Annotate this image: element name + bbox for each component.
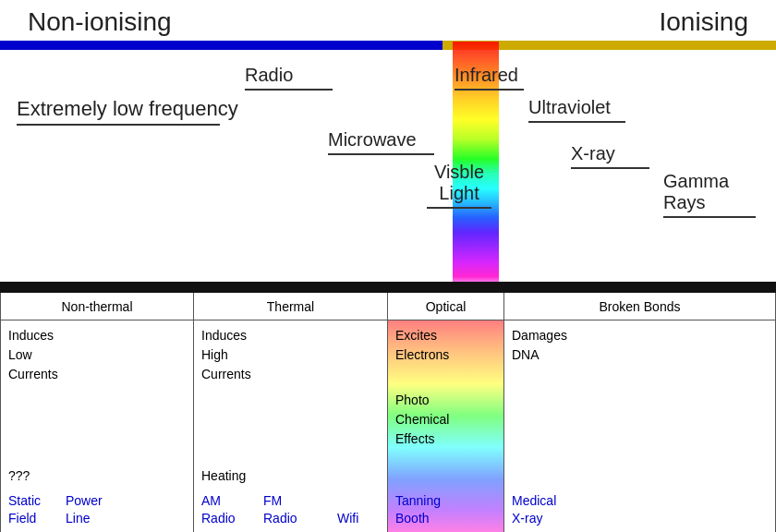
thick-bar bbox=[0, 282, 776, 293]
elf-label: Extremely low frequency bbox=[17, 97, 238, 126]
col-optical: ExcitesElectrons PhotoChemicalEffects Ta… bbox=[388, 320, 504, 532]
labels-area: Extremely low frequency Radio Microwave … bbox=[0, 42, 776, 291]
uv-label: Ultraviolet bbox=[528, 97, 625, 123]
xray-label: X-ray bbox=[571, 143, 649, 169]
thermal-body: InducesHighCurrents bbox=[201, 326, 380, 384]
thermal-middle: Heating bbox=[201, 466, 246, 486]
elf-underline bbox=[17, 124, 220, 126]
microwave-text: Microwave bbox=[328, 129, 417, 150]
elf-text: Extremely low frequency bbox=[17, 97, 238, 120]
col-thermal: InducesHighCurrents Heating AMRadio FMRa… bbox=[194, 320, 388, 532]
radio-label: Radio bbox=[245, 65, 333, 91]
gamma-text-2: Rays bbox=[663, 192, 756, 213]
visible-text-2: Light bbox=[427, 183, 491, 204]
header-thermal: Thermal bbox=[194, 293, 388, 320]
infrared-underline bbox=[455, 89, 524, 91]
optical-body: ExcitesElectrons bbox=[395, 326, 496, 365]
header-optical: Optical bbox=[388, 293, 504, 320]
radio-text: Radio bbox=[245, 65, 293, 85]
xray-underline bbox=[571, 167, 649, 169]
visible-label: Visble Light bbox=[427, 162, 491, 209]
uv-text: Ultraviolet bbox=[528, 97, 611, 117]
thermal-blue-fm: FMRadio bbox=[263, 492, 297, 528]
infrared-text: Infrared bbox=[455, 65, 518, 85]
header-non-thermal: Non-thermal bbox=[0, 293, 194, 320]
infrared-label: Infrared bbox=[455, 65, 524, 91]
microwave-label: Microwave bbox=[328, 129, 434, 155]
optical-photo: PhotoChemicalEffects bbox=[395, 391, 449, 449]
uv-underline bbox=[528, 121, 625, 123]
gamma-text-1: Gamma bbox=[663, 171, 756, 192]
main-container: Non-ionising Ionising Extremely low freq… bbox=[0, 0, 776, 532]
header-broken-bonds: Broken Bonds bbox=[504, 293, 776, 320]
non-ionising-label: Non-ionising bbox=[28, 7, 172, 37]
thermal-blue-wifi: Wifi bbox=[337, 510, 358, 528]
non-thermal-middle: ??? bbox=[8, 466, 30, 486]
ionising-label: Ionising bbox=[659, 7, 748, 37]
col-non-thermal: InducesLowCurrents ??? StaticField Power… bbox=[0, 320, 194, 532]
broken-bonds-blue: MedicalX-ray bbox=[512, 492, 556, 528]
table-body: InducesLowCurrents ??? StaticField Power… bbox=[0, 320, 776, 532]
gamma-label: Gamma Rays bbox=[663, 171, 756, 218]
visible-text-1: Visble bbox=[427, 162, 491, 183]
table-header-row: Non-thermal Thermal Optical Broken Bonds bbox=[0, 293, 776, 320]
xray-text: X-ray bbox=[571, 143, 615, 163]
microwave-underline bbox=[328, 153, 434, 155]
bottom-table: Non-thermal Thermal Optical Broken Bonds… bbox=[0, 293, 776, 532]
top-labels: Non-ionising Ionising bbox=[0, 0, 776, 37]
broken-bonds-body: DamagesDNA bbox=[512, 326, 768, 365]
non-thermal-blue: StaticField bbox=[8, 492, 41, 528]
col-broken-bonds: DamagesDNA MedicalX-ray bbox=[504, 320, 776, 532]
thermal-blue-am: AMRadio bbox=[201, 492, 236, 528]
power-line-blue: PowerLine bbox=[66, 492, 103, 528]
non-thermal-body: InducesLowCurrents bbox=[8, 326, 186, 384]
optical-blue: TanningBooth bbox=[395, 492, 441, 528]
radio-underline bbox=[245, 89, 333, 91]
gamma-underline bbox=[663, 216, 756, 218]
visible-underline bbox=[427, 207, 491, 209]
